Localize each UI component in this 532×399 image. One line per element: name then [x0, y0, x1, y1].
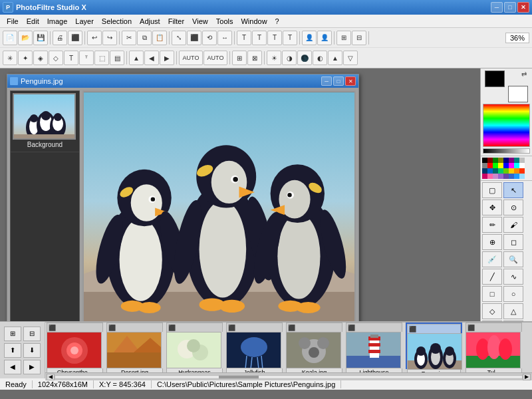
filmstrip-item-koala[interactable]: ⬛ Koala.jpg [286, 323, 342, 369]
tb-paste[interactable]: 📋 [152, 31, 167, 45]
doc-minimize[interactable]: ─ [321, 76, 332, 86]
filmstrip-item-tulips[interactable]: ⬛ Tul... [466, 323, 522, 369]
tb-text3[interactable]: T [267, 31, 282, 45]
palette-cell[interactable] [493, 158, 498, 163]
tb-undo[interactable]: ↩ [87, 31, 102, 45]
scroll-left-btn[interactable]: ◀ [47, 374, 55, 380]
tool-select-rect[interactable]: ▢ [482, 182, 502, 198]
palette-cell[interactable] [519, 168, 525, 174]
tb2-5[interactable]: T [64, 51, 78, 65]
scroll-track[interactable] [55, 375, 523, 379]
palette-cell[interactable] [519, 174, 525, 179]
menu-layer[interactable]: Layer [71, 16, 98, 27]
tb-open[interactable]: 📂 [18, 31, 33, 45]
layer-background[interactable]: Background [11, 91, 79, 152]
menu-tools[interactable]: Tools [212, 16, 237, 27]
tb-save[interactable]: 💾 [33, 31, 48, 45]
palette-cell[interactable] [503, 174, 509, 179]
palette-cell[interactable] [514, 163, 519, 168]
palette-cell[interactable] [514, 168, 519, 174]
tb2-6[interactable]: ᵀ [79, 51, 94, 65]
color-hue-slider[interactable] [483, 104, 530, 147]
filmstrip-item-lighthouse[interactable]: ⬛ Lighthouse [346, 323, 402, 369]
palette-cell[interactable] [509, 168, 514, 174]
filmstrip-item-penguins[interactable]: ⬛ Penguin [406, 323, 462, 369]
color-gray-slider[interactable] [483, 148, 530, 154]
doc-close[interactable]: ✕ [345, 76, 356, 86]
palette-cell[interactable] [503, 163, 509, 168]
tb2-18[interactable]: ▲ [328, 51, 342, 65]
fs-tool-4[interactable]: ⬇ [23, 343, 41, 358]
palette-cell[interactable] [482, 168, 487, 174]
palette-cell[interactable] [493, 174, 498, 179]
fs-tool-prev[interactable]: ◀ [4, 360, 21, 374]
tool-eyedrop[interactable]: 💉 [482, 251, 502, 267]
palette-cell[interactable] [482, 174, 487, 179]
tb2-1[interactable]: ✳ [3, 51, 17, 65]
minimize-button[interactable]: ─ [491, 2, 503, 13]
filmstrip-item-desert[interactable]: ⬛ Desert.jpg [106, 323, 163, 369]
palette-cell[interactable] [498, 174, 503, 179]
menu-adjust[interactable]: Adjust [136, 16, 164, 27]
palette-cell[interactable] [493, 163, 498, 168]
filmstrip-item-chrysanthemum[interactable]: ⬛ Chrysanthe... [47, 323, 103, 369]
palette-white[interactable] [519, 163, 525, 168]
palette-cell[interactable] [503, 158, 509, 163]
filmstrip-scrollbar[interactable]: ◀ ▶ [45, 372, 532, 380]
menu-window[interactable]: Window [237, 16, 271, 27]
tool-pencil[interactable]: ✏ [482, 217, 502, 233]
fs-tool-1[interactable]: ⊞ [4, 327, 21, 341]
menu-file[interactable]: File [3, 16, 23, 27]
tool-zoom[interactable]: 🔍 [503, 251, 523, 267]
tb-text[interactable]: T [237, 31, 251, 45]
palette-cell[interactable] [498, 168, 503, 174]
palette-cell[interactable] [509, 174, 514, 179]
tb2-19[interactable]: ▽ [343, 51, 358, 65]
tool-eraser[interactable]: ◻ [503, 234, 523, 250]
tb-new[interactable]: 📄 [3, 31, 17, 45]
fs-tool-next[interactable]: ▶ [23, 360, 41, 374]
palette-cell[interactable] [487, 163, 493, 168]
tool-lasso[interactable]: ⊙ [503, 200, 523, 215]
scroll-right-btn[interactable]: ▶ [523, 374, 531, 380]
tb2-16[interactable]: 🌑 [297, 51, 312, 65]
tool-triangle[interactable]: △ [503, 303, 523, 319]
palette-cell[interactable] [498, 163, 503, 168]
tool-select-arrow[interactable]: ↖ [503, 182, 523, 198]
tb2-17[interactable]: ◐ [313, 51, 327, 65]
palette-cell[interactable] [509, 158, 514, 163]
tb-resize[interactable]: ⤡ [172, 31, 186, 45]
foreground-color-swatch[interactable] [485, 70, 505, 87]
close-button[interactable]: ✕ [517, 2, 529, 13]
menu-edit[interactable]: Edit [23, 16, 43, 27]
tb2-11[interactable]: ▶ [160, 51, 174, 65]
tool-diamond[interactable]: ◇ [482, 303, 502, 319]
tb2-15[interactable]: ◑ [282, 51, 297, 65]
palette-cell[interactable] [498, 158, 503, 163]
palette-cell[interactable] [482, 163, 487, 168]
menu-image[interactable]: Image [43, 16, 72, 27]
tb-scan[interactable]: ⬛ [68, 31, 82, 45]
tb2-2[interactable]: ✦ [18, 51, 33, 65]
tb2-13[interactable]: ⊠ [247, 51, 262, 65]
tb2-7[interactable]: ⬚ [94, 51, 109, 65]
tb2-14[interactable]: ☀ [267, 51, 281, 65]
image-display[interactable] [82, 90, 356, 336]
palette-cell[interactable] [514, 158, 519, 163]
palette-black[interactable] [482, 158, 487, 163]
tb-crop[interactable]: ⬛ [187, 31, 201, 45]
tb-person[interactable]: 👤 [302, 31, 317, 45]
swap-colors-icon[interactable]: ⇄ [521, 70, 527, 78]
palette-cell[interactable] [487, 168, 493, 174]
palette-cell[interactable] [514, 174, 519, 179]
palette-cell[interactable] [519, 158, 525, 163]
tb2-4[interactable]: ◇ [49, 51, 63, 65]
tb-rotate[interactable]: ⟲ [202, 31, 217, 45]
tb2-12[interactable]: ⊞ [232, 51, 247, 65]
tool-line[interactable]: ╱ [482, 269, 502, 285]
tool-brush[interactable]: 🖌 [503, 217, 523, 233]
tb-cut[interactable]: ✂ [122, 31, 136, 45]
palette-cell[interactable] [493, 168, 498, 174]
maximize-button[interactable]: □ [504, 2, 516, 13]
tb-flip[interactable]: ↔ [217, 31, 232, 45]
